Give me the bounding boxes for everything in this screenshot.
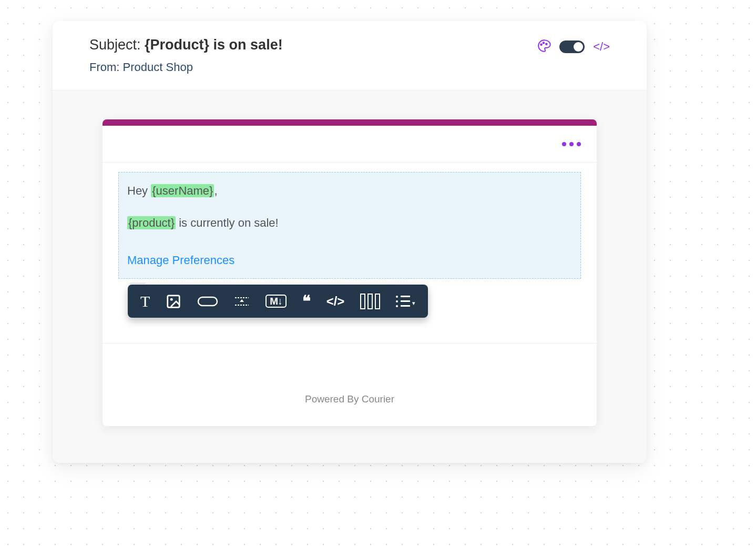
code-icon: </> — [326, 294, 345, 309]
svg-point-0 — [540, 44, 542, 46]
email-header-row — [103, 126, 597, 163]
username-variable[interactable]: {userName} — [151, 184, 214, 197]
header-bar: Subject: {Product} is on sale! From: Pro… — [53, 21, 647, 90]
toggle-knob — [574, 42, 583, 52]
from-line[interactable]: From: Product Shop — [89, 60, 537, 74]
email-body-area[interactable]: Hey {userName}, {product} is currently o… — [103, 163, 597, 296]
svg-rect-3 — [168, 295, 180, 307]
from-value: Product Shop — [123, 60, 193, 74]
body-rest: is currently on sale! — [176, 216, 279, 229]
columns-icon — [360, 294, 380, 309]
list-block-button[interactable]: ▾ — [396, 296, 415, 307]
svg-point-4 — [170, 298, 173, 300]
button-block-button[interactable] — [197, 296, 218, 307]
subject-block: Subject: {Product} is on sale! From: Pro… — [89, 37, 537, 74]
quote-icon: ❝ — [302, 292, 311, 310]
from-label: From: — [89, 60, 119, 74]
product-variable[interactable]: {product} — [127, 216, 176, 229]
columns-block-button[interactable] — [360, 294, 380, 309]
greeting-suffix: , — [214, 184, 217, 197]
svg-point-2 — [546, 43, 547, 45]
text-icon: T — [140, 292, 150, 310]
svg-rect-5 — [198, 297, 217, 306]
text-block-button[interactable]: T — [140, 292, 150, 310]
quote-block-button[interactable]: ❝ — [302, 292, 311, 310]
markdown-block-button[interactable]: M↓ — [265, 295, 286, 308]
greeting-prefix: Hey — [127, 184, 151, 197]
image-icon — [166, 294, 181, 309]
dot-icon — [577, 142, 581, 146]
text-content-block[interactable]: Hey {userName}, {product} is currently o… — [118, 172, 581, 279]
dot-icon — [562, 142, 566, 146]
divider-block-button[interactable] — [234, 294, 250, 309]
email-frame: Hey {userName}, {product} is currently o… — [103, 119, 597, 426]
svg-point-1 — [543, 42, 545, 44]
image-block-button[interactable] — [166, 294, 181, 309]
list-icon: ▾ — [396, 296, 415, 307]
brand-accent-bar — [103, 119, 597, 126]
dot-icon — [569, 142, 574, 146]
powered-by-footer: Powered By Courier — [103, 343, 597, 426]
subject-label: Subject: — [89, 37, 141, 53]
more-menu-icon[interactable] — [562, 142, 581, 146]
editor-card: Subject: {Product} is on sale! From: Pro… — [53, 21, 647, 463]
code-view-icon[interactable]: </> — [593, 40, 610, 54]
divider-icon — [234, 294, 250, 309]
header-controls: </> — [537, 39, 610, 55]
palette-icon[interactable] — [537, 39, 551, 55]
block-toolbar: T — [128, 285, 428, 318]
body-line: {product} is currently on sale! — [127, 214, 572, 231]
subject-value: {Product} is on sale! — [145, 37, 283, 53]
manage-preferences-link[interactable]: Manage Preferences — [127, 251, 572, 269]
button-icon — [197, 296, 218, 307]
view-toggle[interactable] — [559, 41, 585, 53]
email-canvas: Hey {userName}, {product} is currently o… — [53, 90, 647, 447]
code-block-button[interactable]: </> — [326, 294, 345, 309]
greeting-line: Hey {userName}, — [127, 182, 572, 199]
subject-line[interactable]: Subject: {Product} is on sale! — [89, 37, 537, 53]
markdown-icon: M↓ — [265, 295, 286, 308]
chevron-down-icon: ▾ — [412, 300, 415, 307]
